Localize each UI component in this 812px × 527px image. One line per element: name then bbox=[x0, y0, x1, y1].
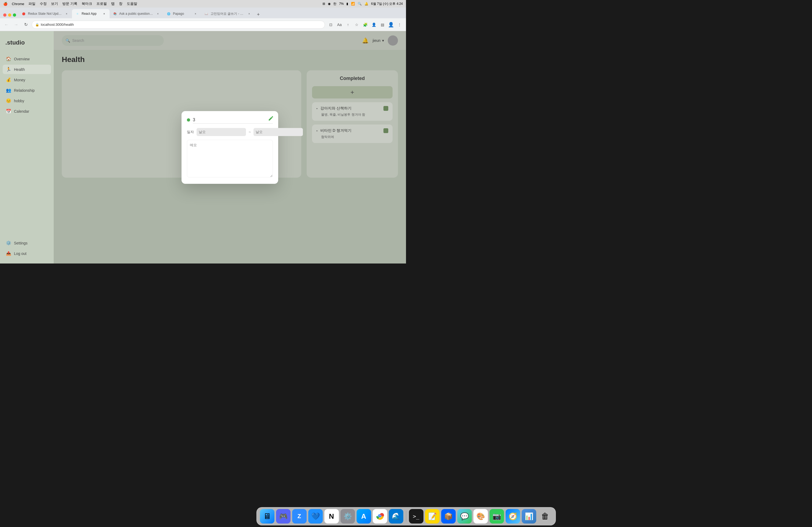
control-center-icon[interactable]: ⊞ bbox=[322, 2, 325, 6]
modal-edit-button[interactable] bbox=[268, 115, 274, 123]
apple-menu[interactable]: 🍎 bbox=[3, 2, 8, 6]
sidebar-item-logout[interactable]: 📤 Log out bbox=[3, 249, 51, 258]
relationship-icon: 👥 bbox=[6, 88, 11, 93]
modal-date-row: 일자 ~ bbox=[187, 128, 273, 136]
tab-redux[interactable]: 🔴 Redux State Not Updating × bbox=[18, 9, 72, 18]
money-icon: 💰 bbox=[6, 77, 11, 82]
calendar-icon: 📅 bbox=[6, 109, 11, 114]
tab-close-papago[interactable]: × bbox=[193, 12, 198, 16]
tab-title-react: React App bbox=[82, 12, 100, 16]
profile-button[interactable]: 👤 bbox=[370, 21, 378, 28]
sidebar-nav: 🏠 Overview 🏃 Health 💰 Money 👥 Relationsh… bbox=[0, 54, 54, 238]
app-logo: .studio bbox=[0, 36, 54, 54]
menu-edit[interactable]: 수정 bbox=[40, 1, 47, 6]
tab-close-inflearn[interactable]: × bbox=[247, 12, 251, 16]
addressbar: ← → ↻ 🔒 localhost:3000/health ⊡ Aa ↑ ☆ 🧩… bbox=[0, 18, 406, 31]
browser: 🔴 Redux State Not Updating × ⚛ React App… bbox=[0, 7, 406, 264]
addressbar-right: ⊡ Aa ↑ ☆ 🧩 👤 ▤ 👤 ⋮ bbox=[327, 21, 403, 28]
battery-icon: ▮ bbox=[346, 2, 348, 6]
new-tab-button[interactable]: + bbox=[255, 11, 262, 18]
tab-title-inflearn: 고민있어요 글쓰기 - 인프런 | 커뮤니... bbox=[211, 12, 245, 16]
tab-favicon-react: ⚛ bbox=[75, 12, 79, 16]
menu-tab[interactable]: 탭 bbox=[111, 1, 115, 6]
tab-favicon-redux: 🔴 bbox=[21, 12, 26, 16]
modal-overlay[interactable]: 일자 ~ bbox=[54, 31, 406, 264]
main-content: 🔍 Search 🔔 jieun ▾ Health bbox=[54, 31, 406, 264]
menu-chrome[interactable]: Chrome bbox=[12, 2, 24, 6]
modal-date-from[interactable] bbox=[197, 128, 246, 136]
security-icon: 🔒 bbox=[35, 23, 39, 27]
hobby-icon: 😊 bbox=[6, 98, 11, 103]
sidebar-label-overview: Overview bbox=[14, 57, 30, 61]
user-avatar-header[interactable]: 👤 bbox=[387, 21, 395, 28]
extensions-button[interactable]: 🧩 bbox=[361, 21, 369, 28]
sidebar-label-health: Health bbox=[14, 67, 25, 72]
modal-status-dot bbox=[187, 118, 190, 122]
close-window-btn[interactable] bbox=[3, 13, 6, 17]
siri-icon[interactable]: ◉ bbox=[328, 2, 331, 6]
url-bar[interactable]: 🔒 localhost:3000/health bbox=[32, 21, 325, 29]
health-icon: 🏃 bbox=[6, 67, 11, 72]
sidebar-item-money[interactable]: 💰 Money bbox=[3, 75, 51, 85]
sidebar-item-calendar[interactable]: 📅 Calendar bbox=[3, 107, 51, 116]
reader-mode-button[interactable]: Aa bbox=[336, 21, 343, 28]
notification-icon[interactable]: 🔔 bbox=[364, 2, 368, 6]
menu-profile[interactable]: 프로필 bbox=[97, 1, 107, 6]
battery-indicator: 7% bbox=[339, 2, 344, 6]
sidebar: .studio 🏠 Overview 🏃 Health 💰 Money 👥 Re… bbox=[0, 31, 54, 264]
menubar: 🍎 Chrome 파일 수정 보기 방문 기록 북마크 프로필 탭 창 도움말 … bbox=[0, 0, 406, 7]
tab-react[interactable]: ⚛ React App × bbox=[72, 9, 110, 18]
sidebar-label-settings: Settings bbox=[14, 241, 28, 245]
tab-close-react[interactable]: × bbox=[102, 12, 106, 16]
datetime: 6월 7일 (수) 오후 4:24 bbox=[371, 2, 403, 6]
settings-icon: ⚙️ bbox=[6, 240, 11, 245]
screen-cast-button[interactable]: ⊡ bbox=[327, 21, 335, 28]
more-options-button[interactable]: ⋮ bbox=[396, 21, 403, 28]
sidebar-toggle[interactable]: ▤ bbox=[379, 21, 386, 28]
share-button[interactable]: ↑ bbox=[344, 21, 352, 28]
sidebar-item-overview[interactable]: 🏠 Overview bbox=[3, 54, 51, 64]
sidebar-item-health[interactable]: 🏃 Health bbox=[3, 65, 51, 74]
tab-close-stackoverflow[interactable]: × bbox=[156, 12, 160, 16]
sidebar-label-relationship: Relationship bbox=[14, 88, 35, 93]
tab-favicon-papago: 🌐 bbox=[166, 12, 171, 16]
input-method-icon[interactable]: 한 bbox=[333, 2, 336, 6]
back-button[interactable]: ← bbox=[3, 21, 10, 28]
menu-file[interactable]: 파일 bbox=[28, 1, 35, 6]
app-content: .studio 🏠 Overview 🏃 Health 💰 Money 👥 Re… bbox=[0, 31, 406, 264]
tab-papago[interactable]: 🌐 Papago × bbox=[163, 9, 201, 18]
wifi-icon[interactable]: 📶 bbox=[351, 2, 355, 6]
menu-history[interactable]: 방문 기록 bbox=[62, 1, 77, 6]
tab-favicon-inflearn: 📖 bbox=[204, 12, 208, 16]
modal-date-to[interactable] bbox=[253, 128, 303, 136]
bookmark-button[interactable]: ☆ bbox=[353, 21, 360, 28]
sidebar-item-relationship[interactable]: 👥 Relationship bbox=[3, 86, 51, 95]
minimize-window-btn[interactable] bbox=[8, 13, 11, 17]
forward-button[interactable]: → bbox=[12, 21, 20, 28]
tab-favicon-stackoverflow: 📚 bbox=[113, 12, 117, 16]
modal-date-separator: ~ bbox=[249, 130, 251, 134]
sidebar-label-calendar: Calendar bbox=[14, 109, 29, 114]
modal-dialog: 일자 ~ bbox=[182, 111, 278, 184]
menu-help[interactable]: 도움말 bbox=[127, 1, 137, 6]
menu-bookmarks[interactable]: 북마크 bbox=[82, 1, 92, 6]
modal-date-label: 일자 bbox=[187, 130, 194, 134]
home-icon: 🏠 bbox=[6, 56, 11, 61]
menu-view[interactable]: 보기 bbox=[51, 1, 58, 6]
search-menu-icon[interactable]: 🔍 bbox=[358, 2, 362, 6]
sidebar-item-hobby[interactable]: 😊 hobby bbox=[3, 96, 51, 105]
url-text: localhost:3000/health bbox=[41, 22, 74, 27]
tab-inflearn[interactable]: 📖 고민있어요 글쓰기 - 인프런 | 커뮤니... × bbox=[201, 9, 255, 18]
sidebar-label-hobby: hobby bbox=[14, 99, 24, 103]
reload-button[interactable]: ↻ bbox=[22, 21, 30, 28]
sidebar-label-money: Money bbox=[14, 78, 25, 82]
modal-memo-textarea[interactable] bbox=[187, 140, 273, 177]
sidebar-item-settings[interactable]: ⚙️ Settings bbox=[3, 238, 51, 248]
menu-window[interactable]: 창 bbox=[119, 1, 122, 6]
sidebar-bottom: ⚙️ Settings 📤 Log out bbox=[0, 238, 54, 258]
tab-stackoverflow[interactable]: 📚 Ask a public question - Stack O... × bbox=[110, 9, 163, 18]
logout-icon: 📤 bbox=[6, 251, 11, 256]
tab-close-redux[interactable]: × bbox=[64, 12, 69, 16]
maximize-window-btn[interactable] bbox=[13, 13, 16, 17]
modal-title-input[interactable] bbox=[193, 117, 273, 124]
